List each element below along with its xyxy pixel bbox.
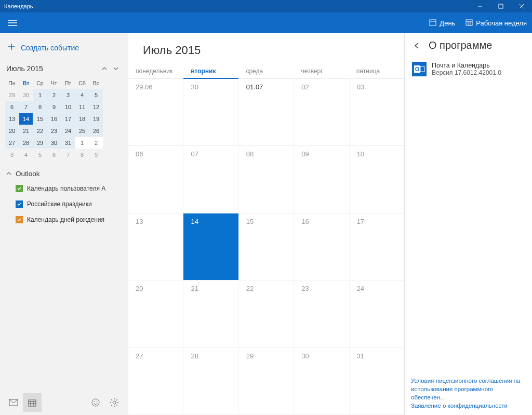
weekday-header[interactable]: четверг bbox=[294, 64, 349, 78]
weekday-header[interactable]: понедельник bbox=[128, 64, 183, 78]
day-cell[interactable]: 28 bbox=[183, 348, 238, 414]
weekday-header[interactable]: среда bbox=[238, 64, 294, 78]
mini-day-cell[interactable]: 1 bbox=[75, 137, 89, 149]
mini-day-cell[interactable]: 15 bbox=[33, 113, 47, 125]
mini-day-cell[interactable]: 13 bbox=[5, 113, 19, 125]
mini-day-cell[interactable]: 7 bbox=[19, 101, 33, 113]
day-cell[interactable]: 09 bbox=[294, 146, 349, 212]
mini-day-cell[interactable]: 3 bbox=[5, 149, 19, 160]
mini-day-cell[interactable]: 12 bbox=[89, 101, 103, 113]
day-cell[interactable]: 22 bbox=[239, 280, 294, 347]
calendar-button[interactable] bbox=[23, 393, 42, 412]
feedback-button[interactable] bbox=[86, 393, 105, 412]
mini-day-cell[interactable]: 10 bbox=[61, 101, 75, 113]
mini-day-cell[interactable]: 9 bbox=[89, 149, 103, 160]
view-work-week-button[interactable]: Рабочая неделя bbox=[460, 12, 532, 33]
mini-day-cell[interactable]: 17 bbox=[61, 113, 75, 125]
about-back-button[interactable] bbox=[412, 41, 422, 51]
mini-day-cell[interactable]: 2 bbox=[47, 89, 61, 101]
mini-day-cell[interactable]: 28 bbox=[19, 137, 33, 149]
mini-day-cell[interactable]: 6 bbox=[47, 149, 61, 160]
account-header-toggle[interactable]: Outlook bbox=[6, 167, 122, 181]
mini-weekday-header: Вс bbox=[89, 77, 103, 89]
day-cell[interactable]: 08 bbox=[239, 146, 294, 212]
mini-calendar-prev-button[interactable] bbox=[99, 63, 110, 74]
day-cell[interactable]: 03 bbox=[350, 79, 404, 145]
mini-day-cell[interactable]: 24 bbox=[61, 125, 75, 137]
mini-day-cell[interactable]: 5 bbox=[89, 89, 103, 101]
mini-day-cell[interactable]: 8 bbox=[33, 101, 47, 113]
create-event-button[interactable]: Создать событие bbox=[0, 33, 128, 61]
mini-day-cell[interactable]: 27 bbox=[5, 137, 19, 149]
day-cell[interactable]: 01.07 bbox=[239, 79, 294, 145]
mini-day-cell[interactable]: 19 bbox=[89, 113, 103, 125]
mini-day-cell[interactable]: 1 bbox=[33, 89, 47, 101]
mini-day-cell[interactable]: 20 bbox=[5, 125, 19, 137]
mini-day-cell[interactable]: 18 bbox=[75, 113, 89, 125]
close-button[interactable] bbox=[511, 0, 532, 12]
day-cell[interactable]: 21 bbox=[183, 280, 238, 347]
mini-day-cell[interactable]: 31 bbox=[61, 137, 75, 149]
day-cell[interactable]: 14 bbox=[183, 213, 238, 280]
weekday-header-row: понедельниквторниксредачетвергпятница bbox=[128, 64, 404, 79]
mail-button[interactable] bbox=[4, 393, 23, 412]
minimize-button[interactable] bbox=[470, 0, 490, 12]
mini-day-cell[interactable]: 25 bbox=[75, 125, 89, 137]
mini-day-cell[interactable]: 21 bbox=[19, 125, 33, 137]
calendar-day-icon bbox=[429, 19, 436, 28]
maximize-button[interactable] bbox=[490, 0, 511, 12]
day-cell[interactable]: 24 bbox=[350, 280, 404, 347]
mini-day-cell[interactable]: 26 bbox=[89, 125, 103, 137]
mini-calendar-next-button[interactable] bbox=[110, 63, 122, 74]
hamburger-menu-button[interactable] bbox=[0, 12, 25, 33]
day-cell[interactable]: 30 bbox=[294, 348, 349, 414]
day-cell[interactable]: 27 bbox=[128, 348, 183, 414]
calendar-checkbox-item[interactable]: Российские праздники bbox=[6, 196, 122, 212]
view-day-button[interactable]: День bbox=[424, 12, 460, 33]
mini-day-cell[interactable]: 4 bbox=[19, 149, 33, 160]
calendar-checkbox-item[interactable]: Календарь дней рождения bbox=[6, 212, 122, 227]
day-cell[interactable]: 02 bbox=[294, 79, 349, 145]
mini-day-cell[interactable]: 5 bbox=[33, 149, 47, 160]
mini-weekday-header: Вт bbox=[19, 77, 33, 89]
license-link[interactable]: Условия лицензионного соглашения на испо… bbox=[411, 377, 526, 401]
day-cell[interactable]: 10 bbox=[350, 146, 404, 212]
day-cell[interactable]: 06 bbox=[128, 146, 183, 212]
day-cell[interactable]: 15 bbox=[239, 213, 294, 280]
mini-day-cell[interactable]: 9 bbox=[47, 101, 61, 113]
day-cell[interactable]: 20 bbox=[128, 280, 183, 347]
mini-day-cell[interactable]: 23 bbox=[47, 125, 61, 137]
day-cell[interactable]: 17 bbox=[350, 213, 404, 280]
mini-day-cell[interactable]: 11 bbox=[75, 101, 89, 113]
checkbox-icon bbox=[16, 200, 23, 208]
mini-day-cell[interactable]: 4 bbox=[75, 89, 89, 101]
mini-day-cell[interactable]: 29 bbox=[5, 89, 19, 101]
mini-day-cell[interactable]: 16 bbox=[47, 113, 61, 125]
day-cell[interactable]: 31 bbox=[350, 348, 404, 414]
weekday-header[interactable]: пятница bbox=[349, 64, 404, 78]
mini-day-cell[interactable]: 30 bbox=[19, 89, 33, 101]
mini-day-cell[interactable]: 22 bbox=[33, 125, 47, 137]
mini-day-cell[interactable]: 7 bbox=[61, 149, 75, 160]
day-cell[interactable]: 16 bbox=[294, 213, 349, 280]
mini-day-cell[interactable]: 2 bbox=[89, 137, 103, 149]
mini-day-cell[interactable]: 6 bbox=[5, 101, 19, 113]
day-cell[interactable]: 30 bbox=[183, 79, 238, 145]
about-title: О программе bbox=[429, 39, 492, 51]
day-cell[interactable]: 29.06 bbox=[128, 79, 183, 145]
day-cell[interactable]: 07 bbox=[183, 146, 238, 212]
privacy-link[interactable]: Заявление о конфиденциальности bbox=[411, 401, 526, 410]
weekday-header[interactable]: вторник bbox=[183, 64, 238, 79]
mini-day-cell[interactable]: 8 bbox=[75, 149, 89, 160]
mini-day-cell[interactable]: 14 bbox=[19, 113, 33, 125]
calendar-checkbox-item[interactable]: Календарь пользователя А bbox=[6, 181, 122, 196]
mini-day-cell[interactable]: 30 bbox=[47, 137, 61, 149]
day-cell[interactable]: 23 bbox=[294, 280, 349, 347]
mini-day-cell[interactable]: 3 bbox=[61, 89, 75, 101]
settings-button[interactable] bbox=[105, 393, 124, 412]
account-name: Outlook bbox=[16, 170, 40, 178]
day-cell[interactable]: 13 bbox=[128, 213, 183, 280]
day-cell[interactable]: 29 bbox=[239, 348, 294, 414]
mini-day-cell[interactable]: 29 bbox=[33, 137, 47, 149]
toolbar: День Рабочая неделя bbox=[0, 12, 532, 33]
